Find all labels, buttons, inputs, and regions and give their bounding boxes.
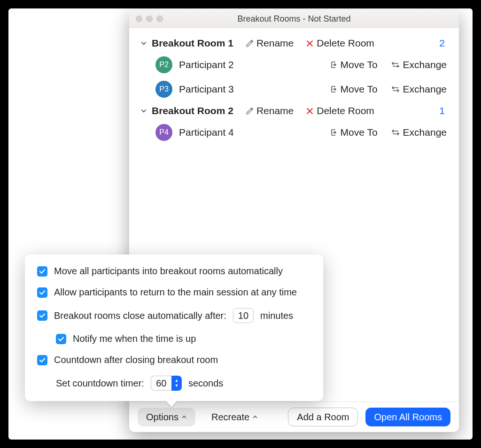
delete-label: Delete Room [317,38,374,49]
option-label: Move all participants into breakout room… [54,266,283,277]
move-to-icon [328,85,338,94]
avatar: P3 [155,81,172,98]
option-suffix: seconds [188,378,224,389]
options-popover: Move all participants into breakout room… [25,255,323,401]
chevron-up-icon [181,414,187,421]
minimize-window-button[interactable] [146,15,153,22]
stepper-up-icon[interactable]: ▲ [174,378,178,383]
move-to-icon [328,128,338,137]
participant-name: Participant 2 [179,59,234,70]
option-label: Notify me when the time is up [73,333,196,344]
option-auto-move[interactable]: Move all participants into breakout room… [37,266,311,277]
exchange-icon [391,60,400,70]
options-button[interactable]: Options [138,408,195,426]
avatar: P4 [155,124,172,141]
option-close-after[interactable]: Breakout rooms close automatically after… [37,308,311,323]
participant-count: 2 [439,38,449,49]
recreate-label: Recreate [211,412,249,423]
participant-name: Participant 3 [179,84,234,95]
participant-row: P3 Participant 3 Move To Exchange [138,77,450,101]
room-header[interactable]: Breakout Room 2 Rename Delete Room 1 [138,101,450,120]
room-name: Breakout Room 2 [152,105,233,116]
rename-label: Rename [256,105,294,116]
pencil-icon [246,107,254,115]
chevron-down-icon [140,40,148,46]
move-to-label: Move To [341,127,378,138]
checkbox-checked-icon[interactable] [37,287,47,298]
exchange-icon [391,85,400,94]
recreate-button[interactable]: Recreate [203,408,266,426]
exchange-label: Exchange [403,84,447,95]
footer-bar: Options Recreate Add a Room Open All Roo… [129,402,459,432]
window-title: Breakout Rooms - Not Started [129,14,459,24]
option-notify-time-up[interactable]: Notify me when the time is up [56,333,311,344]
exchange-button[interactable]: Exchange [391,84,447,95]
option-label: Breakout rooms close automatically after… [54,310,226,321]
move-to-button[interactable]: Move To [328,84,378,95]
open-all-rooms-button[interactable]: Open All Rooms [365,408,450,426]
countdown-timer-stepper[interactable]: 60 ▲ ▼ [151,376,182,391]
participant-row: P4 Participant 4 Move To Exchange [138,120,450,145]
exchange-label: Exchange [403,59,447,70]
checkbox-checked-icon[interactable] [37,310,47,321]
participant-row: P2 Participant 2 Move To Exchange [138,53,450,77]
exchange-icon [391,128,400,137]
rename-button[interactable]: Rename [246,38,294,49]
checkbox-checked-icon[interactable] [56,334,66,344]
exchange-button[interactable]: Exchange [391,127,447,138]
exchange-button[interactable]: Exchange [391,59,447,70]
close-window-button[interactable] [136,15,142,22]
delete-room-button[interactable]: Delete Room [306,105,374,116]
option-suffix: minutes [260,310,293,321]
chevron-up-icon [252,414,258,421]
move-to-button[interactable]: Move To [328,59,378,70]
stepper-buttons[interactable]: ▲ ▼ [171,376,182,391]
room-header[interactable]: Breakout Room 1 Rename Delete Room 2 [138,34,450,53]
stepper-down-icon[interactable]: ▼ [174,384,178,388]
rename-label: Rename [256,38,294,49]
option-countdown-timer: Set countdown timer: 60 ▲ ▼ seconds [56,376,311,391]
option-label: Countdown after closing breakout room [54,355,218,365]
checkbox-checked-icon[interactable] [37,266,47,277]
move-to-label: Move To [341,84,378,95]
open-all-label: Open All Rooms [374,412,442,423]
option-countdown[interactable]: Countdown after closing breakout room [37,355,311,365]
titlebar: Breakout Rooms - Not Started [129,9,459,28]
add-room-button[interactable]: Add a Room [288,408,358,426]
pencil-icon [246,39,254,47]
checkbox-checked-icon[interactable] [37,355,47,365]
option-label: Set countdown timer: [56,378,144,389]
delete-room-button[interactable]: Delete Room [306,38,374,49]
close-after-minutes-input[interactable]: 10 [233,308,254,323]
participant-name: Participant 4 [179,127,234,138]
window-controls [136,15,163,22]
avatar: P2 [155,56,172,73]
zoom-window-button[interactable] [156,15,163,22]
move-to-button[interactable]: Move To [328,127,378,138]
room-name: Breakout Room 1 [152,38,233,49]
chevron-down-icon [140,108,148,114]
option-label: Allow participants to return to the main… [54,287,297,298]
x-icon [306,39,314,47]
move-to-icon [328,60,338,70]
rename-button[interactable]: Rename [246,105,294,116]
exchange-label: Exchange [403,127,447,138]
add-room-label: Add a Room [297,412,349,423]
participant-count: 1 [439,105,449,116]
countdown-seconds-input[interactable]: 60 [151,376,171,391]
option-allow-return[interactable]: Allow participants to return to the main… [37,287,311,298]
delete-label: Delete Room [317,105,374,116]
x-icon [306,107,314,115]
options-label: Options [146,412,178,423]
move-to-label: Move To [341,59,378,70]
